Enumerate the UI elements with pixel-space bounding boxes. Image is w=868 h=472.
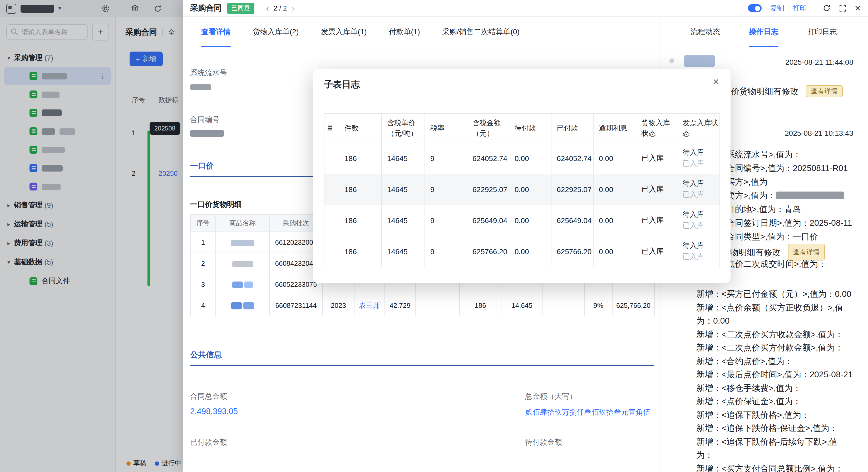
log-line: 新增：<追保下跌价格>,值为： [696, 408, 854, 422]
product-name-redacted [245, 281, 253, 289]
log-line: 新增：<最后点价时间>,值为：2025-08-21 [696, 368, 854, 381]
invoice-status-pending: 待入库 [683, 147, 719, 158]
next-record-icon[interactable]: › [291, 4, 294, 12]
subtable-log-modal: 子表日志 × 量 件数 含税单价（元/吨） 税率 含税金额（元） 待付款 已付款… [313, 69, 731, 283]
contract-number-label: 合同编号 [190, 115, 220, 125]
invoice-status-pending: 待入库 [683, 240, 719, 251]
log-line: 新增：<移仓手续费>,值为： [696, 381, 854, 395]
log-table-row[interactable]: 186 14645 9 624052.74 0.00 624052.74 0.0… [324, 143, 720, 174]
subtable-log-table: 量 件数 含税单价（元/吨） 税率 含税金额（元） 待付款 已付款 逾期利息 货… [324, 113, 720, 267]
invoice-status-pending: 待入库 [683, 209, 719, 221]
log-table-row[interactable]: 186 14645 9 625649.04 0.00 625649.04 0.0… [324, 205, 720, 236]
log-lines: 新增：<买方已付金额（元）>,值为：0.00 新增：<点价余额（买方正收负退）>… [696, 287, 854, 472]
tab-print-log[interactable]: 打印日志 [807, 17, 837, 47]
goods-detail-title: 一口价货物明细 [190, 200, 242, 209]
product-name-redacted [232, 261, 253, 267]
product-name-redacted [231, 240, 254, 246]
log-line: 新增：<二次点价买方付款金额>,值为： [696, 341, 854, 355]
serial-number-label: 系统流水号 [190, 68, 227, 78]
unpaid-amount-label: 待付款金额 [525, 438, 562, 447]
invoice-status-done: 已入库 [683, 190, 719, 200]
tab-payment[interactable]: 付款单(1) [389, 17, 420, 47]
log-table-row[interactable]: 186 14645 9 622925.07 0.00 622925.07 0.0… [324, 174, 720, 205]
log-table-header: 量 件数 含税单价（元/吨） 税率 含税金额（元） 待付款 已付款 逾期利息 货… [324, 113, 720, 143]
window-header: 采购合同 已同意 ‹ 2 / 2 › 复制 打印 × [183, 0, 868, 17]
copy-button[interactable]: 复制 [770, 3, 784, 13]
log-line: 一口价货物明细有修改查看详情 [714, 85, 843, 97]
log-line: 新增：<点价余额（买方正收负退）>,值为：0.00 [696, 301, 854, 328]
total-amount-value: 2,498,393.05 [190, 407, 238, 416]
serial-number-value-redacted [190, 84, 211, 90]
product-name-redacted [231, 302, 242, 310]
paid-amount-label: 已付款金额 [190, 438, 227, 447]
tab-invoice-inbound[interactable]: 发票入库单(1) [321, 17, 367, 47]
screen: ▾ + [0, 0, 868, 472]
total-amount-cn-label: 总金额（大写） [525, 392, 577, 402]
tab-view-details[interactable]: 查看详情 [201, 17, 231, 47]
print-button[interactable]: 打印 [793, 3, 807, 13]
tab-secondary-settlement[interactable]: 采购/销售二次结算单(0) [442, 17, 520, 47]
log-tabs: 流程动态 操作日志 打印日志 [659, 17, 868, 47]
log-line: 新增：<买方支付合同总额比例>,值为： [696, 462, 854, 472]
fullscreen-icon[interactable] [839, 4, 846, 12]
total-amount-cn-value: 贰佰肆拾玖万捌仟叁佰玖拾叁元壹角伍 [525, 408, 652, 417]
tab-goods-inbound[interactable]: 货物入库单(2) [253, 17, 299, 47]
user-avatar-redacted [684, 55, 715, 67]
log-line: 新增：<追保下跌价格-保证金>,值为： [696, 422, 854, 435]
window-title: 采购合同 [190, 3, 222, 13]
product-name-redacted [232, 281, 243, 289]
log-line: 新增：<追保下跌价格-后续每下跌>,值为： [696, 435, 854, 462]
page-indicator: 2 / 2 [274, 4, 287, 12]
prev-record-icon[interactable]: ‹ [266, 4, 269, 12]
tab-process-activity[interactable]: 流程动态 [690, 17, 720, 47]
log-timestamp: 2025-08-21 11:44:08 [785, 58, 853, 66]
seller-value-redacted [776, 192, 844, 199]
view-detail-button[interactable]: 查看详情 [806, 85, 843, 97]
product-name-redacted [244, 302, 254, 310]
detail-tabs: 查看详情 货物入库单(2) 发票入库单(1) 付款单(1) 采购/销售二次结算单… [183, 17, 659, 47]
log-line: 新增：<二次点价买方收款金额>,值为： [696, 328, 854, 341]
goods-row[interactable]: 4 66087231144 2023 农三师 42.729 186 14,645… [190, 295, 654, 316]
invoice-status-pending: 待入库 [683, 178, 719, 190]
log-line: 新增：<买方已付金额（元）>,值为：0.00 [696, 287, 854, 301]
log-line: 新增：<点价保证金>,值为： [696, 395, 854, 408]
invoice-status-done: 已入库 [683, 221, 719, 232]
timeline-dot [670, 58, 674, 63]
tab-operation-log[interactable]: 操作日志 [749, 17, 778, 47]
status-badge: 已同意 [227, 2, 254, 14]
refresh-icon[interactable] [823, 4, 831, 12]
total-amount-label: 合同总金额 [190, 392, 227, 402]
record-pager: ‹ 2 / 2 › [266, 4, 294, 12]
close-window-icon[interactable]: × [855, 3, 861, 13]
contract-number-value-redacted [190, 130, 224, 137]
log-line: 新增：<合约点价>,值为： [696, 355, 854, 368]
log-table-row[interactable]: 186 14645 9 625766.20 0.00 625766.20 0.0… [324, 236, 720, 267]
invoice-status-done: 已入库 [683, 251, 719, 263]
section-common-info: 公共信息 [190, 350, 654, 366]
org-link[interactable]: 农三师 [354, 295, 385, 316]
close-modal-icon[interactable]: × [713, 76, 719, 87]
invoice-status-done: 已入库 [683, 158, 719, 169]
modal-title: 子表日志 [324, 78, 360, 91]
toggle-switch[interactable] [748, 4, 762, 12]
log-timestamp: 2025-08-21 10:13:43 [785, 129, 853, 137]
